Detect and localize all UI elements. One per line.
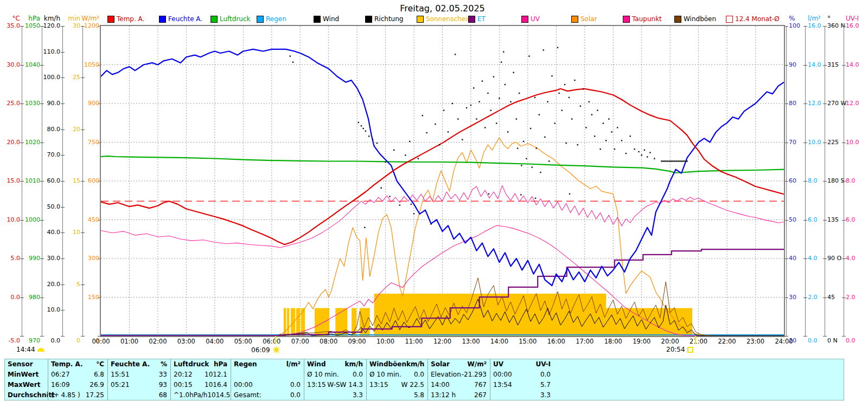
legend-label: ET (477, 15, 486, 23)
x-tick-label: 01:00 (117, 338, 142, 345)
table-cell: 17.25 (86, 390, 104, 400)
table-cell: Gesamt: (234, 390, 261, 400)
legend-label: Richtung (374, 15, 403, 23)
tick-label-wm2: 1200 (81, 23, 99, 29)
sun-icon (272, 346, 280, 354)
tick-label-wm2: 150 (81, 294, 99, 301)
tick-label-lm2: 10.0 (808, 139, 821, 146)
tick-label-kmh: 0.0 (41, 338, 60, 344)
axis-tick (784, 143, 788, 143)
table-row: Elevation-21.293 (428, 370, 490, 380)
table-row: ^1.0hPa/h1014.5 (171, 390, 231, 400)
axis-tick (823, 104, 827, 104)
table-cell: MaxWert (8, 380, 40, 390)
tick-label-min: 10 (62, 229, 80, 236)
table-row: 00:000.0 (231, 380, 304, 390)
table-col-7: UVUV-I00:000.013:545.73.3 (490, 359, 554, 400)
tick-label-deg: 45 (827, 294, 835, 301)
sunrise-label: 06:09 (251, 346, 270, 354)
table-row: Ø 10 min.0.0 (367, 370, 427, 380)
sunrise-tick (275, 336, 276, 344)
plot-area (100, 25, 785, 337)
tick-label-deg: 90 O (827, 255, 841, 262)
axis-tick (40, 297, 44, 298)
table-col-2: LuftdruckhPa20:121012.100:151016.4^1.0hP… (170, 359, 231, 400)
legend-item-4: Wind (314, 15, 339, 23)
page-title: Freitag, 02.05.2025 (101, 3, 784, 14)
axis-tick (20, 336, 24, 337)
axis-tick (823, 258, 827, 259)
tick-label-hpa: 1010 (22, 178, 40, 184)
legend-label: Solar (580, 15, 597, 23)
table-cell: 14:00 (431, 380, 450, 390)
axis-tick (842, 220, 846, 221)
table-cell: Temp. A. (51, 359, 83, 370)
sunset-icon (687, 347, 693, 353)
table-cell: km/h (345, 359, 363, 370)
axis-tick (61, 310, 65, 311)
tick-label-lm2: 14.0 (808, 62, 821, 68)
table-cell: 06:27 (51, 370, 70, 380)
moon-icon (37, 348, 44, 352)
moonrise-time: 14:44 (16, 346, 44, 353)
axis-tick (61, 52, 65, 53)
tick-label-lm2: 2.0 (808, 294, 818, 301)
table-cell: hPa (214, 359, 227, 370)
axis-tick (784, 104, 788, 104)
table-row: 15:5133 (108, 370, 170, 380)
table-cell: % (161, 359, 167, 370)
axis-tick (784, 65, 788, 66)
table-cell: 1012.1 (205, 370, 227, 380)
axis-tick (61, 207, 65, 208)
legend-item-3: Regen (257, 15, 286, 23)
axis-header-temp: °C (0, 15, 20, 22)
table-cell: 6.8 (94, 370, 104, 380)
x-tick-label: 00:00 (88, 338, 113, 345)
axis-tick (803, 336, 807, 337)
legend-swatch (623, 16, 630, 23)
tick-label-min: 5 (62, 281, 80, 288)
table-cell: 05:21 (111, 380, 130, 390)
tick-label-temp: 0.0 (0, 294, 20, 301)
legend-label: Temp. A. (117, 15, 144, 23)
table-cell: Luftdruck (174, 359, 209, 370)
table-cell: 13:12 h (431, 390, 456, 400)
table-row: 00:000.0 (490, 370, 554, 380)
x-tick-label: 09:00 (344, 338, 369, 345)
table-cell: Elevation (431, 370, 461, 380)
tick-label-lm2: 0.0 (808, 338, 818, 344)
table-cell: 767 (474, 380, 487, 390)
tick-label-kmh: 20.0 (41, 281, 60, 288)
tick-label-wm2: 900 (81, 100, 99, 107)
table-cell: 0.0 (414, 370, 424, 380)
table-row: Windböenkm/h (367, 359, 427, 370)
table-row: 13:15W-SW 14.3 (304, 380, 366, 390)
x-tick-label: 05:00 (231, 338, 256, 345)
x-tick-label: 02:00 (145, 338, 170, 345)
table-row: MaxWert (5, 380, 48, 390)
tick-label-lm2: 6.0 (808, 217, 818, 223)
table-row: Ø 10 min.0.0 (304, 370, 366, 380)
table-cell: Windböen (369, 359, 406, 370)
axis-tick (61, 104, 65, 104)
x-tick-label: 17:00 (572, 338, 597, 345)
table-row: Temp. A.°C (48, 359, 107, 370)
x-tick-label: 20:00 (658, 338, 682, 345)
legend-swatch (468, 16, 475, 23)
axis-tick (40, 143, 44, 143)
tick-label-uv: 8.0 (846, 178, 856, 184)
axis-tick (803, 104, 807, 104)
table-cell: Wind (307, 359, 326, 370)
axis-tick (81, 336, 85, 337)
tick-label-uv: 4.0 (846, 255, 856, 262)
sunset-time: 20:54 (666, 346, 693, 353)
axis-tick (803, 26, 807, 27)
tick-label-wm2: 600 (81, 178, 99, 184)
tick-label-hpa: 1030 (22, 100, 40, 107)
tick-label-kmh: 10.0 (41, 307, 60, 313)
table-cell: 5.7 (540, 380, 551, 390)
legend-swatch (571, 16, 578, 23)
table-cell: 93 (159, 380, 167, 390)
legend-swatch (210, 16, 218, 23)
table-cell: 00:00 (493, 370, 512, 380)
